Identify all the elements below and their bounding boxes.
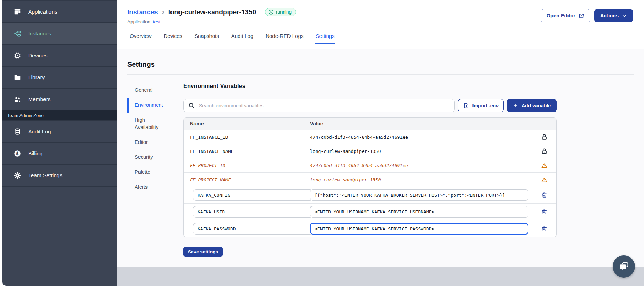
save-settings-button[interactable]: Save settings xyxy=(183,247,223,257)
sidebar-item-audit-log[interactable]: Audit Log xyxy=(2,121,117,143)
import-env-button[interactable]: Import .env xyxy=(458,99,504,112)
settings-subnav: General Environment High Availability Ed… xyxy=(127,83,174,257)
table-row xyxy=(184,220,556,237)
import-env-label: Import .env xyxy=(472,103,499,108)
page-title: Settings xyxy=(127,60,634,68)
table-row xyxy=(184,187,556,204)
gear-icon xyxy=(13,171,22,180)
env-var-name-input[interactable] xyxy=(193,206,313,218)
subnav-item-general[interactable]: General xyxy=(127,83,168,98)
env-var-value: long-curlew-sandpiper-1350 xyxy=(310,149,532,154)
sidebar-item-devices[interactable]: Devices xyxy=(2,45,117,67)
sidebar-item-label: Billing xyxy=(28,150,42,157)
table-row: FF_INSTANCE_NAME long-curlew-sandpiper-1… xyxy=(184,144,556,158)
lock-icon xyxy=(541,134,548,140)
env-var-value-input[interactable] xyxy=(310,206,528,218)
status-badge-label: running xyxy=(276,9,292,15)
sidebar-item-library[interactable]: Library xyxy=(2,67,117,89)
tab-snapshots[interactable]: Snapshots xyxy=(194,30,220,44)
subnav-item-security[interactable]: Security xyxy=(127,150,168,165)
env-toolbar: Import .env Add variable xyxy=(183,99,557,112)
env-var-name: FF_INSTANCE_NAME xyxy=(184,149,310,154)
panel-divider xyxy=(183,93,634,93)
table-row xyxy=(184,204,556,220)
lock-icon xyxy=(541,148,548,155)
search-input[interactable] xyxy=(183,99,455,112)
env-var-value-input[interactable] xyxy=(310,189,528,201)
trash-icon[interactable] xyxy=(541,226,548,232)
plus-icon xyxy=(513,103,518,108)
play-circle-icon xyxy=(268,9,274,15)
add-variable-button[interactable]: Add variable xyxy=(507,99,557,112)
sidebar-item-label: Audit Log xyxy=(28,129,51,135)
env-var-value-input-focused[interactable] xyxy=(310,223,528,235)
breadcrumb-instances-link[interactable]: Instances xyxy=(127,8,158,16)
instance-name: long-curlew-sandpiper-1350 xyxy=(168,8,256,16)
column-header-name: Name xyxy=(184,121,310,126)
status-badge: running xyxy=(265,8,296,16)
sidebar-item-label: Devices xyxy=(28,52,47,59)
sidebar-item-applications[interactable]: Applications xyxy=(2,1,117,23)
env-var-value: long-curlew-sandpiper-1350 xyxy=(310,177,532,182)
chip-icon xyxy=(13,51,22,60)
page-footer xyxy=(117,266,644,286)
instance-header: Instances › long-curlew-sandpiper-1350 r… xyxy=(117,0,644,49)
subnav-item-high-availability[interactable]: High Availability xyxy=(127,113,168,135)
app-window: Applications Instances Devices xyxy=(0,0,644,287)
open-editor-button[interactable]: Open Editor xyxy=(541,9,590,22)
tab-devices[interactable]: Devices xyxy=(163,30,183,44)
tab-audit-log[interactable]: Audit Log xyxy=(231,30,254,44)
sidebar-item-label: Instances xyxy=(28,31,51,37)
chat-icon xyxy=(618,261,630,272)
instance-tabs: Overview Devices Snapshots Audit Log Nod… xyxy=(127,30,633,44)
sidebar-item-instances[interactable]: Instances xyxy=(2,23,117,45)
env-variables-table: Name Value FF_INSTANCE_ID 4747c0bd-d1f3-… xyxy=(183,117,557,237)
instances-icon xyxy=(13,30,22,38)
svg-text:$: $ xyxy=(16,151,19,156)
subnav-item-environment[interactable]: Environment xyxy=(127,98,168,113)
subnav-item-alerts[interactable]: Alerts xyxy=(127,180,168,195)
table-row: FF_PROJECT_NAME long-curlew-sandpiper-13… xyxy=(184,173,556,187)
users-icon xyxy=(13,95,22,104)
chat-widget-button[interactable] xyxy=(613,255,635,278)
env-var-name: FF_PROJECT_ID xyxy=(184,163,310,168)
environment-panel: Environment Variables Import .env xyxy=(174,83,634,257)
sidebar-item-members[interactable]: Members xyxy=(2,89,117,110)
trash-icon[interactable] xyxy=(541,208,548,215)
database-icon xyxy=(13,128,22,136)
application-link[interactable]: test xyxy=(153,19,161,24)
main-area: Instances › long-curlew-sandpiper-1350 r… xyxy=(117,0,644,287)
sidebar-item-billing[interactable]: $ Billing xyxy=(2,143,117,165)
env-var-name-input[interactable] xyxy=(193,189,313,201)
env-var-name-input[interactable] xyxy=(193,223,313,235)
trash-icon[interactable] xyxy=(541,192,548,198)
table-row: FF_INSTANCE_ID 4747c0bd-d1f3-4654-84b4-a… xyxy=(184,130,556,144)
sidebar-item-label: Applications xyxy=(28,9,57,15)
subnav-item-palette[interactable]: Palette xyxy=(127,165,168,180)
subnav-item-editor[interactable]: Editor xyxy=(127,135,168,150)
env-var-value: 4747c0bd-d1f3-4654-84b4-aa5d274691ee xyxy=(310,163,532,168)
team-admin-zone-label: Team Admin Zone xyxy=(2,110,117,121)
sidebar-item-team-settings[interactable]: Team Settings xyxy=(2,165,117,187)
tab-node-red-logs[interactable]: Node-RED Logs xyxy=(265,30,304,44)
tab-settings[interactable]: Settings xyxy=(315,30,335,44)
tab-overview[interactable]: Overview xyxy=(129,30,152,44)
title-divider xyxy=(127,74,634,75)
column-header-value: Value xyxy=(310,121,532,126)
sidebar-item-label: Members xyxy=(28,96,51,102)
table-header-row: Name Value xyxy=(184,118,556,130)
open-editor-label: Open Editor xyxy=(547,13,575,18)
sidebar-item-label: Team Settings xyxy=(28,172,62,179)
warning-icon xyxy=(541,162,548,169)
external-link-icon xyxy=(579,13,585,19)
actions-button[interactable]: Actions xyxy=(594,9,633,22)
applications-icon xyxy=(13,8,22,16)
application-label: Application: xyxy=(127,19,152,24)
settings-page: Settings General Environment High Availa… xyxy=(117,49,644,266)
import-file-icon xyxy=(463,102,469,109)
panel-title: Environment Variables xyxy=(183,83,634,89)
chevron-down-icon xyxy=(622,13,627,18)
sidebar-item-label: Library xyxy=(28,74,45,81)
add-variable-label: Add variable xyxy=(522,103,551,108)
dollar-circle-icon: $ xyxy=(13,149,22,158)
